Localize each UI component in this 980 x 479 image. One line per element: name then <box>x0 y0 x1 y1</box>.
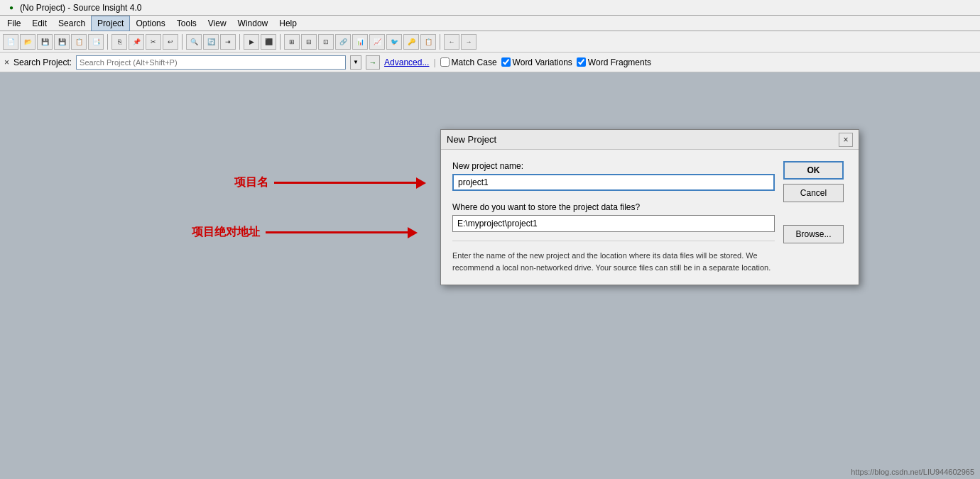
project-name-arrow <box>274 177 426 189</box>
tb-btn16[interactable]: 🔗 <box>335 34 351 50</box>
watermark-text: https://blog.csdn.net/LIU944602965 <box>851 468 974 476</box>
menu-help[interactable]: Help <box>273 16 303 31</box>
sep2 <box>182 34 183 50</box>
tb-btn12[interactable]: ⬛ <box>261 34 276 50</box>
titlebar: ● (No Project) - Source Insight 4.0 <box>0 0 980 16</box>
sep1 <box>107 34 108 50</box>
tb-save-btn[interactable]: 💾 <box>37 34 53 50</box>
search-dropdown-btn[interactable]: ▼ <box>350 55 361 70</box>
tb-btn21[interactable]: 📋 <box>420 34 436 50</box>
browse-button[interactable]: Browse... <box>783 225 844 243</box>
sep4 <box>280 34 281 50</box>
tb-btn10[interactable]: ⇥ <box>220 34 236 50</box>
separator-line: | <box>433 57 435 67</box>
arrow-line-2 <box>266 231 408 233</box>
word-variations-check[interactable]: Word Variations <box>501 57 572 67</box>
project-path-input[interactable] <box>452 215 775 232</box>
dialog-body: New project name: Where do you want to s… <box>441 150 859 285</box>
tb-forward-btn[interactable]: → <box>461 34 477 50</box>
menu-options[interactable]: Options <box>130 16 170 31</box>
arrow-head-2 <box>408 227 418 238</box>
tb-btn13[interactable]: ⊞ <box>284 34 300 50</box>
tb-search-btn[interactable]: 🔍 <box>186 34 202 50</box>
match-case-label: Match Case <box>452 57 497 67</box>
app-icon: ● <box>6 2 17 13</box>
tb-btn17[interactable]: 📊 <box>352 34 368 50</box>
tb-back-btn[interactable]: ← <box>444 34 459 50</box>
footer-watermark: https://blog.csdn.net/LIU944602965 <box>851 468 974 476</box>
cancel-button[interactable]: Cancel <box>783 184 844 202</box>
tb-save2-btn[interactable]: 💾 <box>54 34 70 50</box>
search-input[interactable] <box>76 55 346 70</box>
dialog-left-panel: New project name: Where do you want to s… <box>452 161 775 273</box>
menu-edit[interactable]: Edit <box>26 16 53 31</box>
tb-replace-btn[interactable]: 🔄 <box>203 34 219 50</box>
tb-cut-btn[interactable]: ✂ <box>146 34 161 50</box>
dialog-right-panel: OK Cancel Browse... <box>783 161 847 273</box>
tb-undo-btn[interactable]: ↩ <box>163 34 178 50</box>
tb-copy-btn[interactable]: ⎘ <box>111 34 127 50</box>
tb-new-btn[interactable]: 📄 <box>3 34 18 50</box>
word-variations-label: Word Variations <box>513 57 572 67</box>
word-fragments-checkbox[interactable] <box>577 57 586 67</box>
titlebar-text: (No Project) - Source Insight 4.0 <box>20 3 141 13</box>
menu-view[interactable]: View <box>202 16 232 31</box>
new-project-dialog: New Project × New project name: Where do… <box>440 129 859 285</box>
menu-search[interactable]: Search <box>53 16 91 31</box>
path-field-label: Where do you want to store the project d… <box>452 202 775 212</box>
main-area: 项目名 项目绝对地址 New Project × New project nam… <box>0 72 980 479</box>
tb-btn5[interactable]: 📋 <box>71 34 87 50</box>
tb-btn18[interactable]: 📈 <box>369 34 385 50</box>
tb-paste-btn[interactable]: 📌 <box>129 34 144 50</box>
project-name-input[interactable] <box>452 174 775 191</box>
project-path-annotation: 项目绝对地址 <box>192 225 418 240</box>
menubar: File Edit Search Project Options Tools V… <box>0 16 980 31</box>
chevron-down-icon: ▼ <box>353 59 359 65</box>
dialog-close-btn[interactable]: × <box>839 133 853 147</box>
dialog-title: New Project <box>447 134 496 145</box>
tb-btn15[interactable]: ⊡ <box>318 34 334 50</box>
project-path-text: 项目绝对地址 <box>192 225 260 240</box>
menu-window[interactable]: Window <box>232 16 274 31</box>
word-fragments-label: Word Fragments <box>588 57 651 67</box>
tb-btn11[interactable]: ▶ <box>244 34 259 50</box>
menu-project[interactable]: Project <box>91 16 130 31</box>
search-go-btn[interactable]: → <box>366 55 380 70</box>
word-variations-checkbox[interactable] <box>501 57 511 67</box>
match-case-check[interactable]: Match Case <box>440 57 497 67</box>
close-icon: × <box>843 135 848 145</box>
dialog-description: Enter the name of the new project and th… <box>452 241 775 273</box>
match-case-checkbox[interactable] <box>440 57 450 67</box>
sep3 <box>239 34 240 50</box>
advanced-link[interactable]: Advanced... <box>384 57 429 67</box>
sep5 <box>440 34 440 50</box>
name-field-label: New project name: <box>452 161 775 171</box>
menu-tools[interactable]: Tools <box>171 16 202 31</box>
project-path-arrow <box>266 227 418 238</box>
arrow-line <box>274 182 416 184</box>
word-fragments-check[interactable]: Word Fragments <box>577 57 651 67</box>
tb-btn6[interactable]: 📑 <box>88 34 104 50</box>
go-arrow-icon: → <box>369 58 377 67</box>
toolbar: 📄 📂 💾 💾 📋 📑 ⎘ 📌 ✂ ↩ 🔍 🔄 ⇥ ▶ ⬛ ⊞ ⊟ ⊡ 🔗 📊 … <box>0 31 980 53</box>
dialog-titlebar: New Project × <box>441 130 859 150</box>
project-name-annotation: 项目名 <box>234 175 426 190</box>
ok-button[interactable]: OK <box>783 161 844 180</box>
project-name-text: 项目名 <box>234 175 268 190</box>
search-close-btn[interactable]: × <box>4 57 9 67</box>
tb-open-btn[interactable]: 📂 <box>20 34 36 50</box>
button-spacer <box>783 207 847 221</box>
tb-btn20[interactable]: 🔑 <box>403 34 419 50</box>
tb-btn14[interactable]: ⊟ <box>301 34 317 50</box>
arrow-head <box>416 177 426 189</box>
search-label: Search Project: <box>13 57 72 67</box>
tb-btn19[interactable]: 🐦 <box>386 34 402 50</box>
menu-file[interactable]: File <box>1 16 26 31</box>
spacer <box>452 191 775 202</box>
searchbar: × Search Project: ▼ → Advanced... | Matc… <box>0 53 980 72</box>
